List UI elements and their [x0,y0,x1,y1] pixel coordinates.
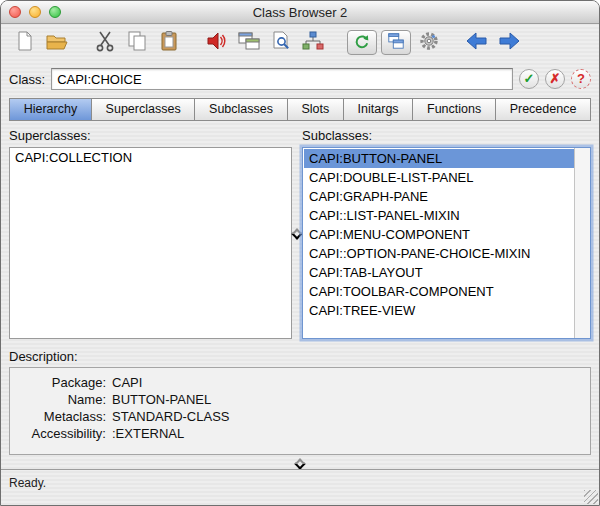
clone-windows-icon [237,30,261,55]
description-row: Accessibility: :EXTERNAL [10,425,590,442]
status-bar: Ready. [1,469,599,505]
description-field-value: CAPI [112,374,142,391]
tab-initargs[interactable]: Initargs [343,98,413,121]
windows-button[interactable] [381,30,411,55]
description-label: Description: [1,349,599,365]
list-item[interactable]: CAPI:DOUBLE-LIST-PANEL [304,168,574,187]
zoom-button[interactable] [49,6,61,18]
class-graph-icon [301,30,325,55]
list-item[interactable]: CAPI:TAB-LAYOUT [304,263,574,282]
description-field-label: Package: [10,374,112,391]
tab-bar: Hierarchy Superclasses Subclasses Slots … [1,98,599,122]
forward-arrow-icon [497,31,521,54]
class-field-row: Class: ✓ ✗ ? [1,60,599,98]
inspect-button[interactable] [267,28,295,56]
refresh-button[interactable] [347,30,377,55]
superclasses-pane: Superclasses: CAPI:COLLECTION [9,126,292,339]
description-panel: Package: CAPI Name: BUTTON-PANEL Metacla… [9,367,591,455]
refresh-icon [353,32,371,53]
cut-button[interactable] [91,28,119,56]
list-item[interactable]: CAPI:COLLECTION [10,148,291,167]
toolbar [1,24,599,60]
listener-icon [206,30,228,55]
resize-grip[interactable] [584,490,598,504]
cancel-button[interactable]: ✗ [545,69,565,89]
tab-precedence[interactable]: Precedence [495,98,591,121]
tab-functions[interactable]: Functions [412,98,496,121]
listener-button[interactable] [203,28,231,56]
description-field-value: STANDARD-CLASS [112,408,230,425]
copy-button[interactable] [123,28,151,56]
bottom-splitter [1,455,599,469]
back-arrow-icon [465,31,489,54]
new-file-button[interactable] [11,28,39,56]
list-item[interactable]: CAPI:BUTTON-PANEL [304,149,574,168]
tab-hierarchy[interactable]: Hierarchy [9,98,92,121]
back-button[interactable] [463,28,491,56]
list-item[interactable]: CAPI::OPTION-PANE-CHOICE-MIXIN [304,244,574,263]
paste-button[interactable] [155,28,183,56]
superclasses-label: Superclasses: [9,128,292,143]
window-title: Class Browser 2 [1,5,599,20]
class-field-label: Class: [9,72,45,87]
description-field-label: Name: [10,391,112,408]
description-field-value: :EXTERNAL [112,425,184,442]
tab-superclasses[interactable]: Superclasses [91,98,195,121]
preferences-button[interactable] [415,28,443,56]
description-field-value: BUTTON-PANEL [112,391,211,408]
help-button[interactable]: ? [571,69,591,89]
open-folder-icon [45,30,69,55]
close-button[interactable] [9,6,21,18]
new-document-icon [14,30,36,55]
description-row: Name: BUTTON-PANEL [10,391,590,408]
open-file-button[interactable] [43,28,71,56]
description-field-label: Accessibility: [10,425,112,442]
forward-button[interactable] [495,28,523,56]
class-graph-button[interactable] [299,28,327,56]
class-browser-window: Class Browser 2 [0,0,600,506]
pane-splitter-handle[interactable] [291,228,302,239]
class-input[interactable] [51,68,513,90]
windows-icon [387,32,405,53]
inspect-icon [270,30,292,55]
subclasses-label: Subclasses: [302,128,591,143]
clone-button[interactable] [235,28,263,56]
bottom-splitter-handle[interactable] [294,458,305,469]
paste-icon [158,30,180,55]
description-row: Package: CAPI [10,374,590,391]
minimize-button[interactable] [29,6,41,18]
superclasses-list[interactable]: CAPI:COLLECTION [9,147,292,339]
tab-subclasses[interactable]: Subclasses [194,98,287,121]
vertical-scrollbar[interactable] [574,148,590,338]
list-item[interactable]: CAPI::LIST-PANEL-MIXIN [304,206,574,225]
hierarchy-panes: Superclasses: CAPI:COLLECTION Subclasses… [1,122,599,347]
list-item[interactable]: CAPI:MENU-COMPONENT [304,225,574,244]
cut-icon [95,30,115,55]
subclasses-list-items: CAPI:BUTTON-PANEL CAPI:DOUBLE-LIST-PANEL… [304,149,574,337]
gear-icon [418,30,440,55]
description-field-label: Metaclass: [10,408,112,425]
status-text: Ready. [9,476,46,490]
description-row: Metaclass: STANDARD-CLASS [10,408,590,425]
list-item[interactable]: CAPI:TREE-VIEW [304,301,574,320]
window-controls [1,6,61,18]
copy-icon [126,30,148,55]
list-item[interactable]: CAPI:GRAPH-PANE [304,187,574,206]
subclasses-pane: Subclasses: CAPI:BUTTON-PANEL CAPI:DOUBL… [302,126,591,339]
confirm-button[interactable]: ✓ [519,69,539,89]
title-bar[interactable]: Class Browser 2 [1,1,599,24]
subclasses-list[interactable]: CAPI:BUTTON-PANEL CAPI:DOUBLE-LIST-PANEL… [302,147,591,339]
tab-slots[interactable]: Slots [287,98,344,121]
list-item[interactable]: CAPI:TOOLBAR-COMPONENT [304,282,574,301]
